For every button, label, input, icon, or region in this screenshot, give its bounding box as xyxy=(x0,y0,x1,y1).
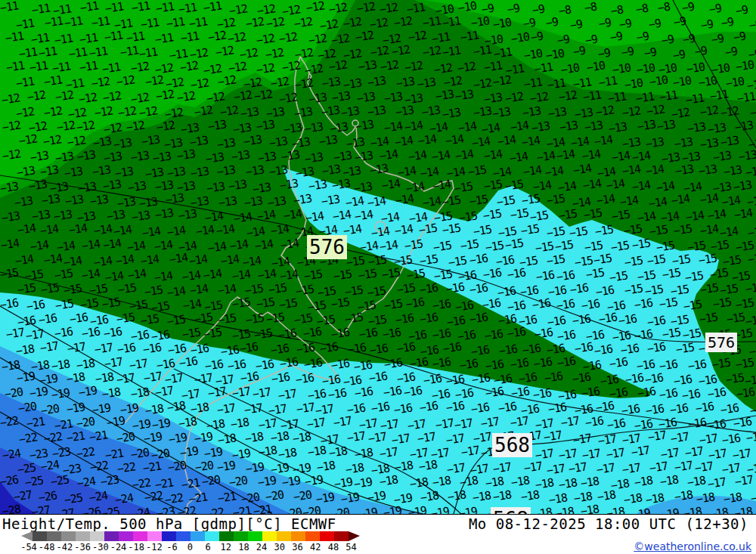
temperature-value: −20 xyxy=(283,506,302,515)
temperature-value: −16 xyxy=(395,312,414,326)
temperature-value: −16 xyxy=(0,297,19,311)
scale-tick-label: -18 xyxy=(128,542,144,552)
temperature-value: −11 xyxy=(31,3,51,17)
temperature-value: −24 xyxy=(114,493,134,506)
temperature-value: −13 xyxy=(131,209,150,223)
temperature-value: −15 xyxy=(637,269,656,283)
temperature-value: −9 xyxy=(660,33,674,45)
temperature-value: −25 xyxy=(63,492,82,506)
temperature-value: −12 xyxy=(227,31,246,45)
temperature-value: −16 xyxy=(370,401,389,414)
temperature-value: −17 xyxy=(306,417,326,431)
temperature-value: −16 xyxy=(470,401,490,415)
temperature-value: −13 xyxy=(331,90,351,104)
temperature-value: −14 xyxy=(231,268,251,282)
temperature-value: −13 xyxy=(435,89,454,103)
temperature-value: −15 xyxy=(683,299,702,312)
temperature-value: −15 xyxy=(519,223,539,237)
temperature-value: −18 xyxy=(144,403,163,416)
temperature-value: −18 xyxy=(409,476,429,490)
temperature-value: −14 xyxy=(699,223,719,237)
temperature-value: −12 xyxy=(472,77,492,91)
temperature-value: −17 xyxy=(129,358,148,372)
temperature-value: −12 xyxy=(391,45,411,58)
scale-tick-label: 48 xyxy=(328,542,339,552)
forecast-map[interactable]: −11−11−11−11−11−11−11−11−11−12−12−12−12−… xyxy=(0,0,756,515)
temperature-value: −17 xyxy=(522,460,542,474)
temperature-value: −15 xyxy=(655,240,675,254)
temperature-value: −24 xyxy=(130,507,150,515)
temperature-value: −12 xyxy=(1,148,20,162)
temperature-value: −13 xyxy=(321,163,341,177)
temperature-value: −19 xyxy=(106,415,125,429)
temperature-value: −20 xyxy=(167,460,187,473)
temperature-value: −18 xyxy=(645,493,665,506)
temperature-value: −13 xyxy=(278,178,298,191)
temperature-value: −15 xyxy=(345,255,365,268)
temperature-value: −16 xyxy=(507,327,526,340)
temperature-value: −14 xyxy=(421,196,441,209)
temperature-value: −11 xyxy=(140,17,160,30)
temperature-value: −12 xyxy=(421,45,441,58)
temperature-value: −11 xyxy=(91,16,110,29)
temperature-value: −13 xyxy=(144,166,164,180)
temperature-value: −16 xyxy=(510,385,530,399)
temperature-value: −15 xyxy=(457,210,477,224)
temperature-value: −17 xyxy=(243,403,263,416)
temperature-value: −16 xyxy=(637,385,656,399)
scale-tick-label: -42 xyxy=(57,542,73,552)
temperature-value: −13 xyxy=(15,165,35,178)
temperature-value: −17 xyxy=(707,477,727,491)
temperature-value: −9 xyxy=(636,30,649,42)
temperature-value: −11 xyxy=(38,45,57,59)
temperature-value: −19 xyxy=(352,476,372,490)
temperature-value: −12 xyxy=(2,119,21,133)
temperature-value: −12 xyxy=(176,91,196,104)
temperature-value: −14 xyxy=(189,283,209,296)
scale-arrow-right-icon xyxy=(349,531,360,541)
temperature-value: −11 xyxy=(18,46,38,60)
temperature-value: −14 xyxy=(270,224,290,237)
temperature-value: −15 xyxy=(482,208,502,221)
color-scale-ticks: -54-48-42-36-30-24-18-12-606121824303642… xyxy=(0,542,393,552)
temperature-value: −17 xyxy=(545,463,565,476)
temperature-value: −16 xyxy=(736,386,755,400)
scale-color-segment xyxy=(305,531,320,541)
temperature-value: −13 xyxy=(734,120,754,134)
temperature-value: −10 xyxy=(746,78,756,91)
temperature-value: −16 xyxy=(620,342,640,356)
temperature-value: −13 xyxy=(30,209,50,222)
temperature-value: −14 xyxy=(305,211,324,224)
scale-color-segment xyxy=(90,531,104,541)
temperature-value: −16 xyxy=(556,269,575,283)
copyright-link[interactable]: ©weatheronline.co.uk xyxy=(634,540,751,552)
temperature-value: −16 xyxy=(219,345,239,358)
temperature-value: −15 xyxy=(504,179,524,193)
temperature-value: −17 xyxy=(417,432,436,445)
temperature-value: −13 xyxy=(89,193,109,207)
temperature-value: −12 xyxy=(443,75,463,88)
temperature-value: −12 xyxy=(155,89,175,103)
temperature-value: −16 xyxy=(277,328,297,342)
temperature-value: −12 xyxy=(749,105,756,119)
temperature-value: −15 xyxy=(671,254,691,268)
temperature-value: −14 xyxy=(332,209,352,222)
temperature-value: −11 xyxy=(431,32,451,45)
temperature-value: −16 xyxy=(707,418,727,432)
temperature-value: −18 xyxy=(354,447,373,461)
temperature-value: −12 xyxy=(280,4,300,17)
temperature-value: −15 xyxy=(699,312,718,326)
temperature-value: −13 xyxy=(101,179,121,193)
temperature-value: −11 xyxy=(709,89,729,103)
temperature-value: −14 xyxy=(648,196,668,209)
temperature-value: −9 xyxy=(711,33,724,45)
temperature-value: −18 xyxy=(307,444,327,458)
temperature-value: −16 xyxy=(687,358,707,372)
temperature-value: −17 xyxy=(568,461,587,475)
temperature-value: −19 xyxy=(143,431,163,444)
temperature-value: −13 xyxy=(178,208,197,221)
temperature-value: −18 xyxy=(101,386,121,400)
temperature-value: −16 xyxy=(458,358,478,372)
temperature-value: −12 xyxy=(144,74,164,88)
temperature-value: −16 xyxy=(38,312,57,326)
